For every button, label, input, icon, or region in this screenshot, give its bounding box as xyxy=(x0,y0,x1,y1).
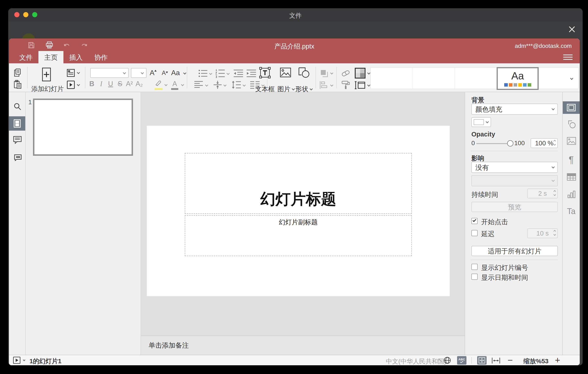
paragraph-settings-icon[interactable]: ¶ xyxy=(563,154,580,165)
globe-icon[interactable] xyxy=(443,356,451,365)
arrange-shape-icon[interactable] xyxy=(319,69,329,80)
highlight-color-icon[interactable] xyxy=(155,80,163,90)
effect-select[interactable]: 没有 xyxy=(471,162,558,173)
slideshow-chevron-icon[interactable] xyxy=(23,359,25,361)
opacity-spinner[interactable]: 100 % xyxy=(531,138,558,148)
numbering-icon[interactable] xyxy=(215,69,225,80)
horizontal-align-icon[interactable] xyxy=(194,81,203,90)
fill-type-select[interactable]: 颜色填充 xyxy=(471,104,558,115)
line-spacing-chevron-icon[interactable] xyxy=(243,83,246,87)
theme-option-selected[interactable]: Aa xyxy=(497,67,539,90)
show-date-time-checkbox[interactable] xyxy=(471,274,478,280)
show-slide-number-checkbox[interactable] xyxy=(471,264,478,270)
start-slideshow-status-icon[interactable] xyxy=(13,357,21,365)
image-icon[interactable] xyxy=(280,67,291,79)
start-slideshow-icon[interactable] xyxy=(67,80,75,91)
vertical-align-chevron-icon[interactable] xyxy=(223,83,227,87)
paste-icon[interactable] xyxy=(13,80,22,91)
align-shape-chevron-icon[interactable] xyxy=(330,83,333,87)
comments-icon[interactable] xyxy=(13,136,22,145)
search-icon[interactable] xyxy=(13,102,21,111)
subscript-icon[interactable]: A₂ xyxy=(135,80,143,88)
change-case-icon[interactable]: Aa xyxy=(171,69,180,77)
slide-layout-icon[interactable] xyxy=(67,68,75,79)
italic-icon[interactable]: I xyxy=(97,80,105,88)
decrease-indent-icon[interactable] xyxy=(233,69,243,79)
chat-icon[interactable] xyxy=(13,153,22,162)
zoom-out-icon[interactable]: − xyxy=(508,355,513,365)
menu-icon[interactable] xyxy=(563,55,573,60)
horizontal-align-chevron-icon[interactable] xyxy=(205,83,208,87)
bullets-chevron-icon[interactable] xyxy=(209,72,212,75)
arrange-shape-chevron-icon[interactable] xyxy=(330,71,333,75)
sidebar-item-slides[interactable] xyxy=(9,116,25,131)
tab-file[interactable]: 文件 xyxy=(13,51,38,63)
underline-icon[interactable]: U xyxy=(106,80,115,88)
align-shape-icon[interactable] xyxy=(319,81,329,91)
tab-collaboration[interactable]: 协作 xyxy=(88,51,114,63)
copy-icon[interactable] xyxy=(13,68,22,79)
vertical-align-icon[interactable] xyxy=(213,80,222,91)
fill-color-select[interactable] xyxy=(471,117,491,127)
sidebar-item-slide-settings[interactable] xyxy=(563,101,580,114)
slide-thumbnail[interactable] xyxy=(33,99,133,156)
tab-home[interactable]: 主页 xyxy=(38,51,63,63)
font-size-select[interactable] xyxy=(131,68,147,78)
line-spacing-icon[interactable] xyxy=(231,80,241,91)
apply-to-all-button[interactable]: 适用于所有幻灯片 xyxy=(471,246,558,256)
slide-size-icon[interactable] xyxy=(354,81,366,91)
slide-layout-chevron-icon[interactable] xyxy=(77,71,80,74)
theme-option-2[interactable] xyxy=(413,68,455,89)
delay-spinner[interactable]: 10 s xyxy=(527,228,558,238)
close-icon[interactable] xyxy=(568,25,576,33)
font-color-icon[interactable]: A xyxy=(171,80,178,90)
subtitle-placeholder[interactable]: 幻灯片副标题 xyxy=(185,215,412,256)
text-box-icon[interactable] xyxy=(259,66,271,80)
text-art-settings-icon[interactable]: Ta xyxy=(563,207,580,216)
title-placeholder[interactable]: 幻灯片标题 xyxy=(185,153,412,214)
preview-button[interactable]: 预览 xyxy=(471,202,558,212)
highlight-color-chevron-icon[interactable] xyxy=(164,83,168,86)
color-scheme-chevron-icon[interactable] xyxy=(367,71,370,75)
theme-option-5[interactable] xyxy=(539,68,565,89)
font-color-chevron-icon[interactable] xyxy=(181,83,184,86)
bullets-icon[interactable] xyxy=(198,69,208,79)
notes-area[interactable]: 单击添加备注 xyxy=(141,336,465,355)
slide[interactable]: 幻灯片标题 幻灯片副标题 xyxy=(147,126,450,296)
delay-checkbox[interactable] xyxy=(471,230,478,236)
decrease-font-icon[interactable]: A xyxy=(162,70,168,77)
add-slide-icon[interactable] xyxy=(42,67,51,83)
theme-option-3[interactable] xyxy=(455,68,497,89)
change-case-chevron-icon[interactable] xyxy=(183,71,186,75)
theme-option-1[interactable] xyxy=(371,68,413,89)
bold-icon[interactable]: B xyxy=(88,80,96,88)
slide-size-chevron-icon[interactable] xyxy=(367,83,370,87)
increase-indent-icon[interactable] xyxy=(246,69,256,79)
theme-gallery-chevron-icon[interactable] xyxy=(570,77,573,80)
effect-type-select[interactable] xyxy=(471,175,558,186)
superscript-icon[interactable]: A² xyxy=(125,80,134,88)
image-settings-icon[interactable] xyxy=(567,137,576,146)
opacity-slider-track[interactable] xyxy=(476,143,508,144)
opacity-slider-handle[interactable] xyxy=(507,140,513,146)
font-name-select[interactable] xyxy=(90,68,129,78)
spellcheck-icon[interactable]: ABC xyxy=(457,356,466,365)
paint-roller-icon[interactable] xyxy=(341,80,350,91)
eraser-icon[interactable] xyxy=(341,69,351,79)
color-scheme-icon[interactable] xyxy=(355,68,366,80)
start-on-click-checkbox[interactable] xyxy=(471,218,478,224)
fit-to-width-icon[interactable] xyxy=(492,357,500,365)
numbering-chevron-icon[interactable] xyxy=(227,72,230,75)
start-slideshow-chevron-icon[interactable] xyxy=(77,83,80,86)
tab-insert[interactable]: 插入 xyxy=(63,51,88,63)
increase-font-icon[interactable]: A xyxy=(150,69,157,77)
language-selector[interactable]: 中文(中华人民共和国) xyxy=(386,357,446,365)
strikeout-icon[interactable]: S xyxy=(116,80,124,88)
shape-icon[interactable] xyxy=(298,67,310,80)
zoom-in-icon[interactable]: + xyxy=(555,355,560,365)
duration-spinner[interactable]: 2 s xyxy=(527,188,558,198)
shape-settings-icon[interactable] xyxy=(567,120,576,130)
table-settings-icon[interactable] xyxy=(567,173,576,182)
chart-settings-icon[interactable] xyxy=(567,190,576,199)
fit-to-slide-icon[interactable] xyxy=(477,356,487,365)
